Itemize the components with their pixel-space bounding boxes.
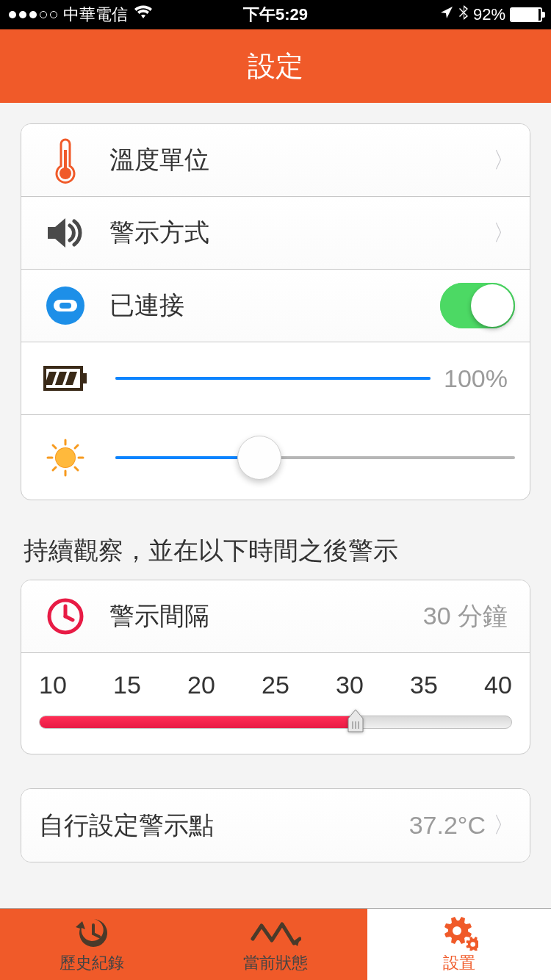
gear-icon bbox=[440, 915, 478, 951]
chevron-right-icon: 〉 bbox=[493, 810, 515, 840]
row-label: 自行設定警示點 bbox=[36, 809, 409, 843]
tab-current[interactable]: 當前狀態 bbox=[184, 909, 367, 980]
interval-value: 30 分鐘 bbox=[423, 599, 508, 633]
tab-settings[interactable]: 設置 bbox=[367, 909, 551, 980]
row-alert-interval[interactable]: 警示間隔 30 分鐘 bbox=[21, 580, 530, 653]
interval-ticks: 10 15 20 25 30 35 40 bbox=[32, 656, 519, 705]
svg-rect-6 bbox=[83, 373, 87, 383]
battery-icon bbox=[510, 7, 542, 22]
interval-slider[interactable] bbox=[39, 716, 512, 729]
svg-line-15 bbox=[75, 445, 78, 448]
svg-line-14 bbox=[75, 467, 78, 470]
chevron-right-icon: 〉 bbox=[493, 145, 515, 176]
battery-icon bbox=[36, 366, 95, 391]
bluetooth-icon bbox=[458, 4, 469, 25]
svg-line-19 bbox=[65, 616, 73, 620]
tab-label: 歷史紀錄 bbox=[60, 952, 124, 974]
brightness-slider[interactable] bbox=[115, 456, 515, 459]
svg-point-8 bbox=[56, 448, 75, 467]
wifi-icon bbox=[134, 5, 153, 24]
row-battery: 100% bbox=[21, 342, 530, 415]
battery-value: 100% bbox=[444, 364, 508, 393]
row-custom-alert-point[interactable]: 自行設定警示點 37.2°C 〉 bbox=[21, 789, 530, 862]
connected-toggle[interactable] bbox=[440, 283, 515, 328]
svg-rect-1 bbox=[64, 150, 67, 170]
battery-percent: 92% bbox=[473, 5, 505, 24]
tab-history[interactable]: 歷史紀錄 bbox=[0, 909, 184, 980]
svg-point-26 bbox=[470, 942, 475, 947]
row-label: 已連接 bbox=[95, 289, 440, 323]
history-icon bbox=[73, 915, 110, 951]
carrier-label: 中華電信 bbox=[63, 4, 128, 26]
svg-rect-4 bbox=[60, 303, 71, 309]
custom-point-card: 自行設定警示點 37.2°C 〉 bbox=[21, 788, 530, 862]
status-time: 下午5:29 bbox=[243, 4, 308, 26]
thermometer-icon bbox=[36, 137, 95, 184]
row-label: 警示間隔 bbox=[95, 599, 423, 633]
sun-icon bbox=[36, 437, 95, 478]
status-bar: 中華電信 下午5:29 92% bbox=[0, 0, 551, 29]
row-connected: 已連接 bbox=[21, 270, 530, 342]
chevron-right-icon: 〉 bbox=[493, 218, 515, 248]
svg-line-16 bbox=[53, 467, 56, 470]
svg-line-24 bbox=[93, 934, 99, 937]
clock-icon bbox=[36, 597, 95, 636]
tab-label: 設置 bbox=[443, 952, 475, 974]
row-alert-mode[interactable]: 警示方式 〉 bbox=[21, 197, 530, 270]
location-icon bbox=[439, 5, 454, 24]
section-interval-label: 持續觀察，並在以下時間之後警示 bbox=[24, 534, 527, 568]
row-brightness bbox=[21, 415, 530, 500]
battery-progress bbox=[115, 377, 431, 380]
activity-icon bbox=[250, 915, 301, 951]
device-icon bbox=[36, 285, 95, 326]
tab-label: 當前狀態 bbox=[243, 952, 308, 974]
interval-card: 警示間隔 30 分鐘 10 15 20 25 30 35 40 bbox=[21, 580, 530, 754]
row-temperature-unit[interactable]: 溫度單位 〉 bbox=[21, 124, 530, 197]
speaker-icon bbox=[36, 215, 95, 251]
page-title: 設定 bbox=[248, 48, 303, 85]
nav-header: 設定 bbox=[0, 29, 551, 103]
tab-bar: 歷史紀錄 當前狀態 設置 bbox=[0, 908, 551, 980]
custom-point-value: 37.2°C bbox=[409, 811, 486, 840]
signal-dots-icon bbox=[9, 11, 57, 18]
svg-point-25 bbox=[453, 926, 461, 935]
row-label: 溫度單位 bbox=[95, 143, 493, 177]
svg-line-13 bbox=[53, 445, 56, 448]
row-label: 警示方式 bbox=[95, 216, 493, 250]
settings-card: 溫度單位 〉 警示方式 〉 已連接 100% bbox=[21, 123, 530, 500]
